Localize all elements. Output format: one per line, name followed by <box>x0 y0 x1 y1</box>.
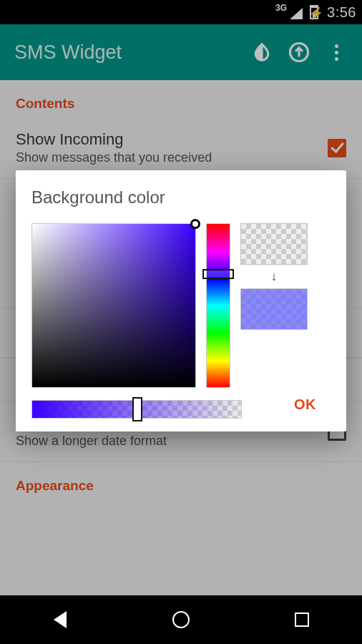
arrow-down-icon: ↓ <box>271 269 278 284</box>
new-color-swatch[interactable] <box>240 288 308 330</box>
sv-cursor-icon[interactable] <box>190 219 200 229</box>
dialog-title: Background color <box>31 187 331 208</box>
back-icon <box>54 611 67 628</box>
alpha-thumb[interactable] <box>132 397 142 421</box>
color-swatches: ↓ <box>240 223 308 388</box>
hue-thumb[interactable] <box>202 269 234 279</box>
old-color-swatch[interactable] <box>240 223 308 265</box>
nav-home-button[interactable] <box>160 605 202 634</box>
alpha-slider[interactable] <box>31 400 242 419</box>
home-icon <box>172 611 190 628</box>
color-picker-dialog: Background color ↓ <box>16 170 346 431</box>
nav-recent-button[interactable] <box>280 605 323 634</box>
navigation-bar <box>0 595 362 644</box>
ok-button[interactable]: OK <box>285 391 325 419</box>
recent-icon <box>295 613 309 627</box>
hue-slider[interactable] <box>206 223 230 388</box>
nav-back-button[interactable] <box>39 605 82 634</box>
saturation-value-box[interactable] <box>31 223 196 388</box>
